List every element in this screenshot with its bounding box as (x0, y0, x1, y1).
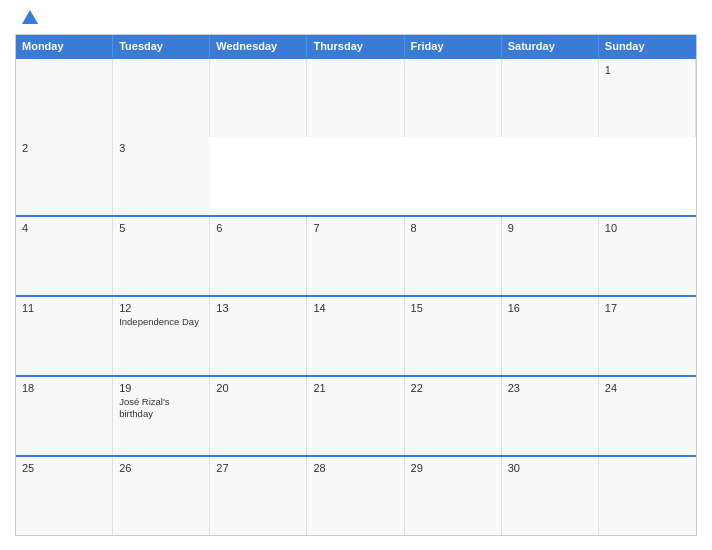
calendar-cell (16, 59, 113, 137)
day-number: 21 (313, 382, 397, 394)
header-day-sunday: Sunday (599, 35, 696, 57)
calendar-week-3: 1112Independence Day1314151617 (16, 295, 696, 375)
logo-top-row (20, 10, 38, 26)
calendar-cell: 28 (307, 457, 404, 535)
day-number: 3 (119, 142, 204, 154)
day-number: 30 (508, 462, 592, 474)
calendar-cell (210, 59, 307, 137)
calendar-week-4: 1819José Rizal's birthday2021222324 (16, 375, 696, 455)
logo-wrapper (20, 10, 38, 26)
calendar-cell: 24 (599, 377, 696, 455)
day-number: 2 (22, 142, 106, 154)
day-number: 8 (411, 222, 495, 234)
calendar-cell: 16 (502, 297, 599, 375)
day-number: 16 (508, 302, 592, 314)
day-number: 13 (216, 302, 300, 314)
calendar-cell: 27 (210, 457, 307, 535)
calendar-cell: 2 (16, 137, 113, 215)
calendar-body: 123456789101112Independence Day131415161… (16, 57, 696, 535)
day-number: 7 (313, 222, 397, 234)
calendar-week-2: 45678910 (16, 215, 696, 295)
calendar-cell: 26 (113, 457, 210, 535)
day-number: 20 (216, 382, 300, 394)
calendar-cell (599, 457, 696, 535)
day-event: José Rizal's birthday (119, 396, 203, 421)
day-number: 22 (411, 382, 495, 394)
day-number: 25 (22, 462, 106, 474)
calendar-cell: 22 (405, 377, 502, 455)
calendar-cell (405, 59, 502, 137)
calendar-cell (113, 59, 210, 137)
calendar-week-1: 123 (16, 57, 696, 215)
day-number: 5 (119, 222, 203, 234)
day-number: 10 (605, 222, 690, 234)
logo-triangle-icon (22, 10, 38, 24)
calendar-cell: 3 (113, 137, 210, 215)
day-number: 19 (119, 382, 203, 394)
header-day-wednesday: Wednesday (210, 35, 307, 57)
header-day-tuesday: Tuesday (113, 35, 210, 57)
calendar-cell: 21 (307, 377, 404, 455)
calendar-cell: 19José Rizal's birthday (113, 377, 210, 455)
calendar-cell (307, 59, 404, 137)
calendar-cell: 8 (405, 217, 502, 295)
calendar-grid: MondayTuesdayWednesdayThursdayFridaySatu… (15, 34, 697, 536)
calendar-cell: 11 (16, 297, 113, 375)
day-number: 14 (313, 302, 397, 314)
day-number: 1 (605, 64, 689, 76)
calendar-cell: 17 (599, 297, 696, 375)
header-day-thursday: Thursday (307, 35, 404, 57)
calendar-cell: 7 (307, 217, 404, 295)
logo (20, 10, 38, 26)
header-day-saturday: Saturday (502, 35, 599, 57)
day-number: 4 (22, 222, 106, 234)
calendar-cell: 25 (16, 457, 113, 535)
day-number: 9 (508, 222, 592, 234)
calendar-cell: 4 (16, 217, 113, 295)
calendar-cell: 5 (113, 217, 210, 295)
calendar-header-row: MondayTuesdayWednesdayThursdayFridaySatu… (16, 35, 696, 57)
calendar-cell (502, 59, 599, 137)
header-day-monday: Monday (16, 35, 113, 57)
day-number: 17 (605, 302, 690, 314)
calendar-cell: 6 (210, 217, 307, 295)
calendar-cell: 15 (405, 297, 502, 375)
calendar-cell: 13 (210, 297, 307, 375)
calendar-cell: 30 (502, 457, 599, 535)
day-number: 27 (216, 462, 300, 474)
calendar-page: MondayTuesdayWednesdayThursdayFridaySatu… (0, 0, 712, 550)
day-number: 6 (216, 222, 300, 234)
calendar-cell: 20 (210, 377, 307, 455)
header-day-friday: Friday (405, 35, 502, 57)
day-number: 12 (119, 302, 203, 314)
day-number: 28 (313, 462, 397, 474)
day-number: 23 (508, 382, 592, 394)
calendar-cell: 1 (599, 59, 696, 137)
day-event: Independence Day (119, 316, 203, 328)
calendar-cell: 23 (502, 377, 599, 455)
calendar-cell: 12Independence Day (113, 297, 210, 375)
calendar-cell: 9 (502, 217, 599, 295)
day-number: 11 (22, 302, 106, 314)
calendar-cell: 29 (405, 457, 502, 535)
day-number: 18 (22, 382, 106, 394)
calendar-cell: 10 (599, 217, 696, 295)
calendar-cell: 18 (16, 377, 113, 455)
calendar-week-5: 252627282930 (16, 455, 696, 535)
day-number: 26 (119, 462, 203, 474)
day-number: 29 (411, 462, 495, 474)
day-number: 24 (605, 382, 690, 394)
day-number: 15 (411, 302, 495, 314)
calendar-header (15, 10, 697, 26)
calendar-cell: 14 (307, 297, 404, 375)
